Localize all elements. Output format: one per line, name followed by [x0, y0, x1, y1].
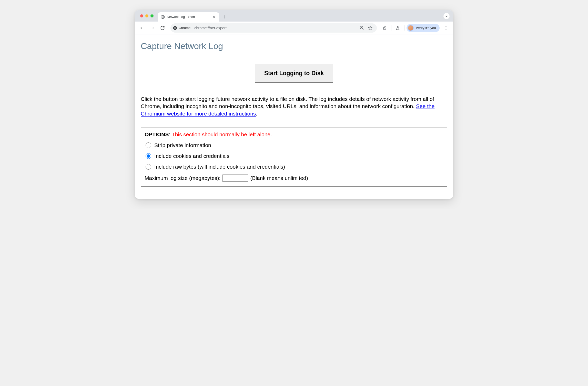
radio-strip-private[interactable]: Strip private information	[145, 142, 443, 148]
max-size-label: Maximum log size (megabytes):	[145, 175, 220, 181]
labs-button[interactable]	[393, 24, 402, 32]
avatar	[408, 25, 414, 31]
globe-icon	[161, 15, 165, 19]
maximize-window-button[interactable]	[150, 14, 154, 17]
back-button[interactable]	[138, 24, 146, 32]
radio-input-include-raw-bytes[interactable]	[146, 164, 151, 170]
description-text: Click the button to start logging future…	[141, 95, 447, 117]
extensions-button[interactable]	[380, 24, 389, 32]
options-warning: This section should normally be left alo…	[172, 131, 272, 137]
toolbar-divider	[404, 25, 404, 31]
close-window-button[interactable]	[140, 14, 143, 17]
menu-button[interactable]	[442, 24, 450, 32]
new-tab-button[interactable]	[221, 13, 228, 21]
max-log-size-row: Maximum log size (megabytes): (Blank mea…	[145, 175, 443, 182]
max-size-hint: (Blank means unlimited)	[250, 175, 308, 181]
options-box: OPTIONS: This section should normally be…	[141, 128, 447, 187]
browser-tab[interactable]: Network Log Export	[158, 12, 219, 22]
radio-include-raw-bytes[interactable]: Include raw bytes (will include cookies …	[145, 164, 443, 170]
description-after: .	[256, 111, 257, 117]
address-bar[interactable]: Chrome chrome://net-export	[170, 23, 377, 33]
radio-label: Include cookies and credentials	[154, 153, 229, 159]
window-controls	[138, 10, 156, 22]
browser-toolbar: Chrome chrome://net-export	[135, 22, 453, 34]
description-before: Click the button to start logging future…	[141, 96, 434, 109]
url-text: chrome://net-export	[194, 26, 356, 30]
radio-include-cookies[interactable]: Include cookies and credentials	[145, 153, 443, 159]
tab-bar: Network Log Export	[135, 10, 453, 22]
chrome-icon	[173, 26, 177, 30]
page-content: Capture Network Log Start Logging to Dis…	[135, 34, 453, 199]
start-logging-button[interactable]: Start Logging to Disk	[255, 64, 333, 83]
tab-title: Network Log Export	[167, 15, 210, 19]
options-header: OPTIONS: This section should normally be…	[145, 131, 443, 138]
profile-verify-chip[interactable]: Verify it's you	[407, 24, 440, 32]
svg-point-7	[446, 29, 447, 30]
svg-point-5	[446, 26, 447, 27]
forward-button[interactable]	[148, 24, 157, 32]
chrome-label: Chrome	[179, 26, 190, 30]
radio-input-strip-private[interactable]	[146, 142, 151, 148]
browser-window: Network Log Export	[135, 10, 453, 199]
radio-input-include-cookies[interactable]	[146, 153, 151, 159]
verify-label: Verify it's you	[416, 26, 436, 30]
close-tab-button[interactable]	[212, 15, 216, 19]
zoom-icon[interactable]	[358, 24, 366, 32]
radio-label: Strip private information	[154, 142, 211, 148]
toolbar-divider	[391, 25, 391, 31]
minimize-window-button[interactable]	[145, 14, 148, 17]
tabs-dropdown-button[interactable]	[443, 13, 450, 20]
svg-point-6	[446, 27, 447, 28]
radio-label: Include raw bytes (will include cookies …	[154, 164, 285, 170]
reload-button[interactable]	[158, 24, 167, 32]
page-title: Capture Network Log	[141, 41, 447, 51]
bookmark-star-icon[interactable]	[367, 24, 374, 32]
max-size-input[interactable]	[222, 175, 248, 182]
options-label: OPTIONS	[145, 131, 169, 137]
svg-point-3	[175, 27, 176, 28]
site-info-chip[interactable]: Chrome	[173, 26, 192, 30]
